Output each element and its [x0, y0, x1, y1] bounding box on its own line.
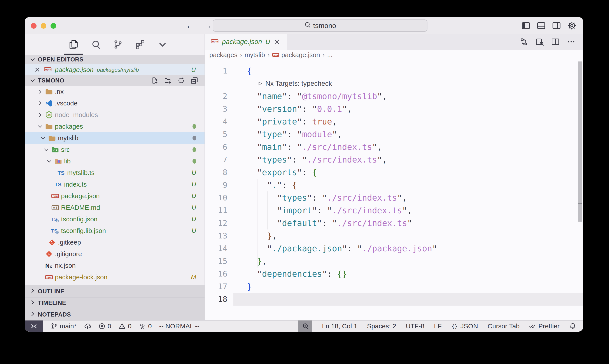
statusbar-cloud-upload[interactable] [84, 323, 91, 330]
code-line-9[interactable]: 9 ".": { [205, 179, 583, 191]
close-window-button[interactable] [31, 23, 37, 29]
chevron-down-icon [29, 56, 36, 63]
tree-item-README-md[interactable]: MREADME.mdU [25, 202, 205, 213]
codelens-label[interactable]: Nx Targets: typecheck [233, 80, 332, 88]
compare-icon[interactable] [519, 37, 529, 46]
status-bar: main*000-- NORMAL -- Ln 18, Col 1Spaces:… [25, 320, 583, 332]
ellipsis-icon[interactable] [567, 37, 576, 46]
tree-item-src[interactable]: src [25, 144, 205, 155]
code-line-17[interactable]: 17} [205, 280, 583, 293]
statusbar-ln-18-col-1[interactable]: Ln 18, Col 1 [322, 323, 357, 330]
statusbar-lf[interactable]: LF [434, 323, 442, 330]
statusbar-bell[interactable] [569, 323, 576, 330]
zoom-in-icon[interactable] [298, 321, 312, 332]
statusbar-utf-8[interactable]: UTF-8 [406, 323, 424, 330]
code-line-16[interactable]: 16 "dependencies": {} [205, 268, 583, 280]
activity-source-control-icon[interactable] [112, 34, 124, 55]
forward-arrow-icon[interactable]: → [203, 20, 212, 31]
refresh-icon[interactable] [177, 77, 185, 84]
code-line-11[interactable]: 11 "import": "./src/index.ts", [205, 204, 583, 217]
tab-package-json[interactable]: npm package.json U [205, 34, 287, 50]
back-arrow-icon[interactable]: ← [185, 20, 195, 31]
code-line-18[interactable]: 18 [205, 293, 583, 306]
split-icon[interactable] [551, 37, 560, 46]
section-timeline[interactable]: TIMELINE [25, 297, 205, 309]
explorer-section-header[interactable]: TSMONO [25, 75, 205, 86]
breadcrumb-item[interactable]: ... [327, 51, 333, 59]
statusbar-spaces-2[interactable]: Spaces: 2 [367, 323, 396, 330]
code-line-13[interactable]: 13 }, [205, 230, 583, 242]
breadcrumb-item[interactable]: mytslib [245, 51, 265, 59]
open-editor-item[interactable]: npm package.json packages/mytslib U [25, 64, 205, 75]
statusbar-cursor-tab[interactable]: Cursor Tab [488, 323, 519, 330]
statusbar-0[interactable]: 0 [139, 323, 152, 330]
section-outline[interactable]: OUTLINE [25, 286, 205, 297]
scrollbar-thumb[interactable] [578, 204, 582, 221]
chevron-right-icon [37, 89, 43, 94]
statusbar-0[interactable]: 0 [118, 323, 131, 330]
breadcrumb-item[interactable]: npmpackage.json [272, 51, 320, 59]
tree-item--gitignore[interactable]: .gitignore [25, 248, 205, 260]
tree-item--nx[interactable]: .nx [25, 86, 205, 97]
branch-icon [51, 323, 58, 330]
tree-item-mytslib[interactable]: mytslib [25, 132, 205, 144]
tree-item-packages[interactable]: packages [25, 120, 205, 132]
tree-item-tsconfig-json[interactable]: TStsconfig.jsonU [25, 213, 205, 225]
code-line-6[interactable]: 6 "main": "./src/index.ts", [205, 141, 583, 153]
tree-item-tsconfig-lib-json[interactable]: TStsconfig.lib.jsonU [25, 225, 205, 236]
statusbar-normal[interactable]: -- NORMAL -- [159, 323, 199, 330]
layout-bottom-icon[interactable] [536, 21, 546, 30]
statusbar-json[interactable]: {}JSON [451, 323, 478, 330]
code-editor[interactable]: 1{Nx Targets: typecheck2 "name": "@tsmon… [205, 60, 583, 320]
code-line-14[interactable]: 14 "./package.json": "./package.json" [205, 242, 583, 255]
editor-scrollbar[interactable] [578, 62, 582, 221]
gear-icon[interactable] [567, 21, 577, 30]
tree-item-package-lock-json[interactable]: npmpackage-lock.jsonM [25, 271, 205, 283]
code-line-text: "dependencies": {} [233, 268, 583, 280]
collapse-all-icon[interactable] [191, 77, 198, 84]
code-line-10[interactable]: 10 "types": "./src/index.ts", [205, 191, 583, 204]
code-line-4[interactable]: 4 "private": true, [205, 115, 583, 128]
activity-search-icon[interactable] [90, 34, 101, 55]
code-line-5[interactable]: 5 "type": "module", [205, 128, 583, 141]
tree-item-nx-json[interactable]: Nxnx.json [25, 260, 205, 271]
statusbar-0[interactable]: 0 [98, 323, 111, 330]
close-icon[interactable] [34, 67, 40, 73]
code-line-3[interactable]: 3 "version": "0.0.1", [205, 103, 583, 115]
tree-item-mytslib-ts[interactable]: TSmytslib.tsU [25, 167, 205, 179]
statusbar-main[interactable]: main* [51, 323, 77, 330]
tree-item-node-modules[interactable]: JSnode_modules [25, 109, 205, 120]
section-notepads[interactable]: NOTEPADS [25, 309, 205, 320]
tree-item--gitkeep[interactable]: .gitkeep [25, 236, 205, 248]
codelens-row[interactable]: Nx Targets: typecheck [205, 77, 583, 90]
remote-indicator[interactable] [25, 321, 43, 332]
code-line-text: "./package.json": "./package.json" [233, 242, 583, 255]
layout-right-icon[interactable] [552, 21, 561, 30]
new-file-icon[interactable] [151, 77, 158, 84]
scrollbar-thumb[interactable] [578, 62, 582, 203]
new-folder-icon[interactable] [164, 77, 172, 84]
code-line-1[interactable]: 1{ [205, 65, 583, 77]
activity-files-icon[interactable] [68, 34, 79, 55]
code-line-15[interactable]: 15 }, [205, 255, 583, 268]
open-editors-header[interactable]: OPEN EDITORS [25, 55, 205, 64]
code-line-7[interactable]: 7 "types": "./src/index.ts", [205, 153, 583, 166]
tree-item-package-json[interactable]: npmpackage.jsonU [25, 190, 205, 202]
preview-icon[interactable] [535, 37, 544, 46]
close-icon[interactable] [274, 39, 280, 45]
breadcrumb-item[interactable]: packages [209, 51, 237, 59]
code-line-2[interactable]: 2 "name": "@tsmono/mytslib", [205, 90, 583, 103]
activity-chevron-down-icon[interactable] [157, 34, 168, 55]
minimize-window-button[interactable] [41, 23, 46, 29]
zoom-window-button[interactable] [51, 23, 56, 29]
code-line-12[interactable]: 12 "default": "./src/index.ts" [205, 217, 583, 230]
statusbar-prettier[interactable]: Prettier [529, 323, 559, 330]
command-center-search[interactable]: tsmono [213, 19, 428, 32]
activity-extensions-icon[interactable] [135, 34, 146, 55]
tree-item--vscode[interactable]: .vscode [25, 97, 205, 109]
tree-item-lib[interactable]: lib [25, 155, 205, 167]
code-line-8[interactable]: 8 "exports": { [205, 166, 583, 179]
tree-item-index-ts[interactable]: TSindex.tsU [25, 179, 205, 190]
cloud-upload-icon [84, 323, 91, 330]
layout-left-icon[interactable] [521, 21, 531, 30]
